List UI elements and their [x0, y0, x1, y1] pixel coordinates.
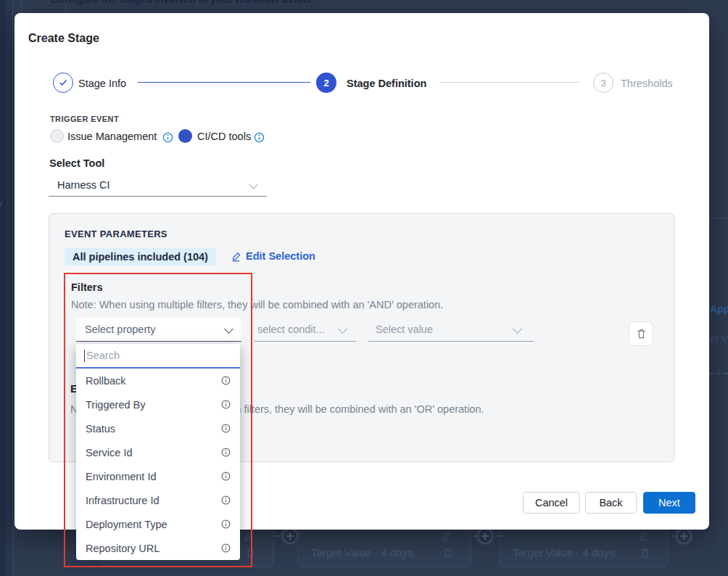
filters-heading: Filters [71, 281, 103, 293]
select-value-placeholder: Select value [376, 324, 433, 335]
info-icon[interactable] [221, 495, 231, 505]
cancel-button[interactable]: Cancel [523, 492, 580, 514]
step-stage-info-label: Stage Info [78, 78, 126, 89]
filters-note: Note: When using multiple filters, they … [71, 299, 443, 310]
stepper-connector [439, 82, 580, 83]
edit-icon [244, 530, 254, 541]
info-icon[interactable] [221, 400, 231, 409]
select-property-placeholder: Select property [85, 324, 156, 335]
backdrop-dashed-connector [709, 373, 728, 374]
select-value-dropdown[interactable]: Select value [368, 321, 534, 342]
step-stage-info-indicator[interactable] [53, 73, 73, 93]
trigger-event-label: TRIGGER EVENT [50, 115, 119, 123]
backdrop-card-label: Target Value - 4 days [311, 546, 413, 559]
step-thresholds-indicator[interactable]: 3 [593, 73, 613, 93]
info-icon[interactable] [221, 376, 231, 385]
info-icon[interactable] [254, 132, 265, 143]
add-stage-icon [676, 528, 692, 544]
event-parameters-heading: EVENT PARAMETERS [65, 229, 167, 239]
backdrop-card-label: Target Value - 4 days [513, 546, 615, 559]
backdrop-left-sidebar [6, 0, 13, 576]
backdrop-text-fragment: y [0, 197, 3, 208]
modal-title: Create Stage [28, 32, 99, 45]
info-icon[interactable] [221, 543, 231, 553]
dropdown-item-deployment-type[interactable]: Deployment Type [76, 512, 240, 536]
dropdown-item-status[interactable]: Status [76, 416, 240, 440]
info-icon[interactable] [221, 448, 231, 457]
info-icon[interactable] [221, 472, 231, 481]
add-stage-icon [282, 528, 298, 544]
info-icon[interactable] [221, 424, 231, 433]
check-icon [58, 78, 68, 88]
next-button[interactable]: Next [643, 492, 695, 514]
trash-icon [245, 547, 256, 559]
dropdown-item-infrastructure-id[interactable]: Infrastructure Id [76, 488, 240, 512]
dropdown-item-service-id[interactable]: Service Id [76, 440, 240, 464]
radio-cicd-tools-label: CI/CD tools [197, 131, 251, 142]
step-stage-definition-indicator[interactable]: 2 [316, 73, 336, 93]
backdrop-text-fragment: Appr [710, 303, 728, 315]
select-tool-dropdown[interactable]: Harness CI [49, 176, 267, 197]
edit-icon [231, 251, 241, 262]
select-tool-label: Select Tool [49, 157, 104, 169]
radio-cicd-tools[interactable] [178, 129, 192, 143]
step-number: 3 [600, 78, 605, 89]
chevron-down-icon [224, 324, 233, 334]
screen: Configure the stages involved in your wo… [0, 0, 728, 576]
backdrop-banner-text: Configure the stages involved in your wo… [51, 0, 313, 5]
dropdown-item-rollback[interactable]: Rollback [76, 369, 240, 392]
delete-filter-button[interactable] [629, 321, 653, 346]
select-condition-placeholder: select condit... [257, 324, 325, 335]
edit-selection-label: Edit Selection [246, 250, 315, 262]
dropdown-search-input[interactable] [76, 344, 240, 367]
step-thresholds-label: Thresholds [621, 78, 673, 89]
dropdown-item-repository-url[interactable]: Repository URL [76, 536, 240, 560]
select-tool-value: Harness CI [57, 179, 110, 191]
property-dropdown-menu: Rollback Triggered By Status Service Id … [76, 344, 240, 560]
backdrop-text-fragment: et V [710, 333, 728, 345]
chevron-down-icon [513, 324, 522, 334]
trash-icon [640, 547, 650, 559]
select-condition-dropdown[interactable]: select condit... [255, 321, 356, 342]
chevron-down-icon [338, 324, 347, 334]
info-icon[interactable] [221, 519, 231, 529]
backdrop-dashed-connector [274, 535, 281, 537]
add-stage-icon [477, 528, 493, 544]
edit-icon [441, 530, 451, 541]
dropdown-item-environment-id[interactable]: Environment Id [76, 464, 240, 488]
text-caret [84, 350, 85, 362]
info-icon[interactable] [162, 132, 173, 143]
backdrop-left-rail [0, 0, 6, 576]
pipelines-included-badge: All pipelines included (104) [65, 248, 216, 266]
trash-icon [636, 328, 647, 340]
step-number: 2 [323, 78, 328, 89]
dropdown-item-triggered-by[interactable]: Triggered By [76, 392, 240, 416]
edit-icon [638, 530, 648, 541]
step-stage-definition-label: Stage Definition [347, 78, 426, 89]
edit-selection-link[interactable]: Edit Selection [231, 250, 315, 262]
backdrop-divider [21, 0, 22, 13]
chevron-down-icon [249, 180, 258, 189]
stepper-connector [138, 82, 310, 83]
trash-icon [442, 547, 453, 559]
radio-issue-management-label: Issue Management [67, 131, 157, 142]
radio-issue-management[interactable] [50, 129, 64, 143]
back-button[interactable]: Back [585, 492, 637, 514]
dropdown-search [76, 344, 240, 369]
select-property-dropdown[interactable]: Select property [76, 318, 241, 342]
backdrop-divider [709, 218, 728, 218]
